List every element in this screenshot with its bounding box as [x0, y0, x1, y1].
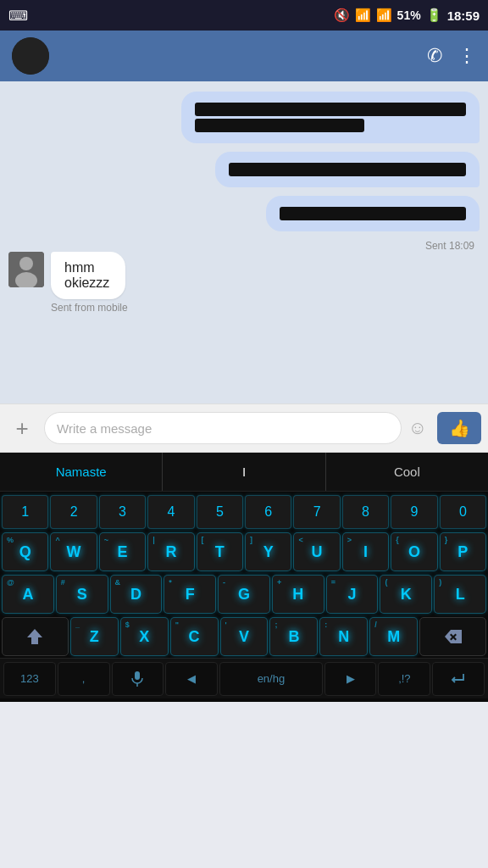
key-w[interactable]: ^W: [50, 532, 97, 571]
keyboard-icon: ⌨: [8, 8, 28, 24]
svg-point-1: [19, 257, 33, 270]
suggestion-right[interactable]: Cool: [326, 453, 488, 491]
key-a[interactable]: @A: [2, 575, 54, 614]
num-switch-key[interactable]: 123: [3, 662, 56, 696]
punct-label: ,!?: [398, 672, 410, 685]
contact-avatar: [12, 37, 49, 75]
sent-time: Sent 18:09: [8, 240, 480, 252]
status-left: ⌨: [8, 8, 28, 24]
key-1[interactable]: 1: [2, 495, 48, 529]
sender-avatar: [8, 252, 44, 287]
comma-label: ,: [82, 672, 86, 685]
status-bar: ⌨ 🔇 📶 📶 51% 🔋 18:59: [0, 0, 488, 31]
battery-icon: 🔋: [426, 8, 442, 23]
bubble-content-2: [215, 152, 480, 187]
clock: 18:59: [447, 8, 480, 23]
key-s[interactable]: #S: [56, 575, 108, 614]
left-arrow-key[interactable]: ◀: [165, 662, 218, 696]
incoming-message-subtext: Sent from mobile: [51, 302, 157, 314]
suggestion-middle[interactable]: I: [162, 453, 325, 491]
battery-percent: 51%: [397, 8, 421, 22]
shift-key[interactable]: [2, 617, 69, 656]
key-2[interactable]: 2: [50, 495, 97, 529]
call-icon[interactable]: ✆: [427, 45, 442, 67]
incoming-bubble-content: hmm okiezzz Sent from mobile: [51, 252, 157, 314]
key-l[interactable]: )L: [434, 575, 486, 614]
comma-key[interactable]: ,: [58, 662, 110, 696]
incoming-message-bubble: hmm okiezzz: [51, 252, 125, 299]
key-6[interactable]: 6: [245, 495, 291, 529]
backspace-key[interactable]: [419, 617, 486, 656]
key-c[interactable]: "C: [170, 617, 219, 656]
suggestions-row: Namaste I Cool: [0, 453, 488, 492]
bubble-content-3: [266, 196, 480, 231]
like-icon: 👍: [449, 418, 470, 438]
lang-label: en/hg: [258, 672, 286, 685]
outgoing-bubble-3: [8, 196, 480, 231]
mic-key[interactable]: [112, 662, 164, 696]
redacted-text-2: [195, 119, 364, 132]
bubble-content-1: [181, 92, 480, 143]
redacted-text-4: [280, 207, 466, 220]
incoming-message-text: hmm okiezzz: [64, 260, 112, 291]
key-e[interactable]: ~E: [99, 532, 146, 571]
language-key[interactable]: en/hg: [219, 662, 323, 696]
key-4[interactable]: 4: [147, 495, 194, 529]
avatar-image: [8, 252, 44, 287]
key-n[interactable]: :N: [319, 617, 368, 656]
key-k[interactable]: (K: [380, 575, 432, 614]
incoming-bubble: hmm okiezzz Sent from mobile: [8, 252, 480, 314]
key-3[interactable]: 3: [99, 495, 146, 529]
outgoing-bubble-2: [8, 152, 480, 187]
mute-icon: 🔇: [334, 8, 350, 23]
key-t[interactable]: [T: [197, 532, 243, 571]
svg-rect-4: [135, 671, 140, 680]
more-options-icon[interactable]: ⋮: [458, 45, 476, 67]
outgoing-bubble-1: [8, 92, 480, 143]
key-z[interactable]: _Z: [70, 617, 119, 656]
key-7[interactable]: 7: [293, 495, 340, 529]
key-y[interactable]: ]Y: [245, 532, 291, 571]
wifi-icon: 📶: [355, 8, 371, 23]
message-input-field[interactable]: Write a message: [44, 412, 402, 444]
redacted-text-3: [229, 163, 466, 176]
keyboard: Namaste I Cool 1 2 3 4 5 6 7 8 9 0 %Q ^W…: [0, 453, 488, 702]
enter-key[interactable]: [432, 662, 485, 696]
key-5[interactable]: 5: [197, 495, 243, 529]
key-u[interactable]: <U: [293, 532, 340, 571]
key-d[interactable]: &D: [110, 575, 163, 614]
zxcv-row: _Z $X "C 'V ;B :N /M: [0, 615, 488, 658]
qwerty-row: %Q ^W ~E |R [T ]Y <U >I {O }P: [0, 531, 488, 573]
key-v[interactable]: 'V: [220, 617, 269, 656]
key-b[interactable]: ;B: [269, 617, 318, 656]
key-m[interactable]: /M: [369, 617, 418, 656]
status-right: 🔇 📶 📶 51% 🔋 18:59: [334, 8, 480, 23]
chat-area: Sent 18:09 hmm okiezzz Sent from mobile: [0, 81, 488, 403]
key-i[interactable]: >I: [342, 532, 389, 571]
key-9[interactable]: 9: [391, 495, 437, 529]
key-8[interactable]: 8: [342, 495, 389, 529]
punct-key[interactable]: ,!?: [378, 662, 430, 696]
key-j[interactable]: =J: [326, 575, 379, 614]
key-x[interactable]: $X: [120, 617, 169, 656]
key-g[interactable]: -G: [218, 575, 270, 614]
attachment-button[interactable]: +: [7, 413, 37, 443]
keyboard-bottom-bar: 123 , ◀ en/hg ▶ ,!?: [0, 658, 488, 698]
key-r[interactable]: |R: [147, 532, 194, 571]
suggestion-left[interactable]: Namaste: [0, 453, 162, 491]
like-send-button[interactable]: 👍: [437, 412, 481, 444]
right-arrow-key[interactable]: ▶: [324, 662, 377, 696]
message-placeholder: Write a message: [57, 421, 152, 436]
key-q[interactable]: %Q: [2, 532, 48, 571]
header-actions: ✆ ⋮: [427, 45, 476, 67]
key-p[interactable]: }P: [440, 532, 486, 571]
number-row: 1 2 3 4 5 6 7 8 9 0: [0, 492, 488, 531]
key-h[interactable]: +H: [272, 575, 324, 614]
key-f[interactable]: *F: [164, 575, 216, 614]
svg-marker-3: [27, 629, 42, 644]
chat-header: ✆ ⋮: [0, 31, 488, 81]
key-0[interactable]: 0: [440, 495, 486, 529]
emoji-button[interactable]: ☺: [408, 417, 427, 439]
redacted-text-1: [195, 103, 466, 116]
key-o[interactable]: {O: [391, 532, 437, 571]
